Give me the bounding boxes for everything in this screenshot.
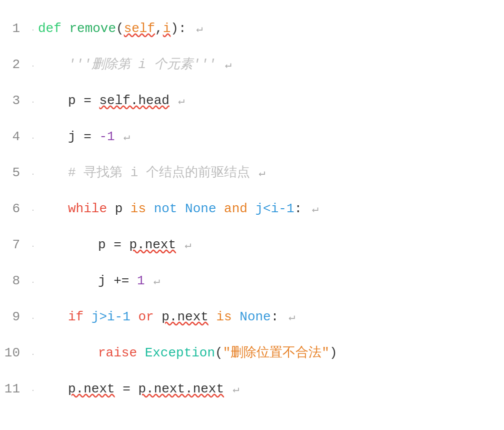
token: remove [69, 22, 116, 35]
line-content: if j>i-1 or p.next is None: ↵ [38, 310, 504, 323]
line-content: j += 1 ↵ [38, 274, 504, 287]
line-number: 1 [0, 22, 30, 35]
token: j<i-1 [256, 202, 294, 215]
line-number: 11 [0, 382, 30, 395]
token: : [294, 202, 310, 215]
line-content: def remove(self,i): ↵ [38, 22, 504, 35]
code-line: 4·j = -1 ↵ [0, 128, 504, 164]
token: ) [330, 346, 338, 359]
line-number: 2 [0, 58, 30, 71]
token: ↵ [226, 384, 239, 395]
token: ( [215, 346, 223, 359]
token: j>i-1 [92, 310, 138, 323]
token: i [163, 22, 171, 35]
token: = [115, 382, 138, 395]
line-dot: · [30, 63, 38, 70]
line-content: # 寻找第 i 个结点的前驱结点 ↵ [38, 166, 504, 179]
code-line: 5·# 寻找第 i 个结点的前驱结点 ↵ [0, 164, 504, 200]
token: or [138, 310, 162, 323]
token: raise [98, 346, 145, 359]
token: 1 [137, 274, 145, 287]
token: ↵ [172, 96, 184, 107]
token: p.next.next [138, 382, 224, 395]
token: self [124, 22, 155, 35]
token: j = [68, 130, 99, 143]
line-dot: · [30, 243, 38, 250]
token: while [68, 202, 115, 215]
token: , [155, 22, 163, 35]
line-dot: · [30, 99, 38, 106]
token: # 寻找第 i 个结点的前驱结点 [68, 166, 250, 179]
token: p [115, 202, 130, 215]
code-line: 3·p = self.head ↵ [0, 92, 504, 128]
token: and [224, 202, 255, 215]
line-dot: · [30, 387, 38, 394]
token: p.next [162, 310, 208, 323]
token: ↵ [312, 204, 318, 215]
line-content: while p is not None and j<i-1: ↵ [38, 202, 504, 215]
code-line: 1·def remove(self,i): ↵ [0, 20, 504, 56]
line-number: 4 [0, 130, 30, 143]
token: : [178, 22, 194, 35]
token: not [154, 202, 185, 215]
token: p.next [68, 382, 115, 395]
line-content: raise Exception("删除位置不合法") [38, 346, 504, 359]
token: ↵ [288, 312, 295, 323]
token: '''删除第 i 个元素''' [68, 58, 216, 71]
code-line: 11·p.next = p.next.next ↵ [0, 380, 504, 416]
token: None [240, 310, 270, 323]
line-dot: · [30, 315, 38, 322]
token: ↵ [196, 24, 202, 35]
token: -1 [99, 130, 114, 143]
token: ) [170, 22, 178, 35]
line-number: 8 [0, 274, 30, 287]
line-dot: · [30, 27, 38, 34]
token: p.next [129, 238, 176, 251]
token: ( [116, 22, 124, 35]
token: ↵ [252, 168, 265, 179]
line-content: p = self.head ↵ [38, 94, 504, 107]
token: : [271, 310, 286, 323]
line-number: 9 [0, 310, 30, 323]
line-dot: · [30, 135, 38, 142]
line-number: 7 [0, 238, 30, 251]
token: ↵ [147, 276, 160, 287]
code-line: 9·if j>i-1 or p.next is None: ↵ [0, 308, 504, 344]
line-dot: · [30, 279, 38, 286]
token: j += [98, 274, 137, 287]
token: if [68, 310, 92, 323]
line-content: p.next = p.next.next ↵ [38, 382, 504, 395]
line-content: '''删除第 i 个元素''' ↵ [38, 58, 504, 71]
token: is [208, 310, 240, 323]
token: ↵ [218, 60, 231, 71]
line-dot: · [30, 207, 38, 214]
code-line: 7·p = p.next ↵ [0, 236, 504, 272]
code-line: 2·'''删除第 i 个元素''' ↵ [0, 56, 504, 92]
line-dot: · [30, 171, 38, 178]
token: def [38, 22, 69, 35]
line-content: p = p.next ↵ [38, 238, 504, 251]
token: self.head [99, 94, 169, 107]
token: None [185, 202, 224, 215]
code-container: 1·def remove(self,i): ↵2·'''删除第 i 个元素'''… [0, 10, 504, 430]
code-line: 6·while p is not None and j<i-1: ↵ [0, 200, 504, 236]
line-number: 3 [0, 94, 30, 107]
line-dot: · [30, 351, 38, 358]
token: p = [68, 94, 99, 107]
line-content: j = -1 ↵ [38, 130, 504, 143]
token: ↵ [117, 132, 130, 143]
token: Exception [145, 346, 215, 359]
token: p = [98, 238, 129, 251]
token: "删除位置不合法" [223, 346, 330, 359]
token: ↵ [178, 240, 191, 251]
line-number: 5 [0, 166, 30, 179]
token: is [130, 202, 154, 215]
line-number: 10 [0, 346, 30, 359]
line-number: 6 [0, 202, 30, 215]
code-line: 8·j += 1 ↵ [0, 272, 504, 308]
code-line: 10·raise Exception("删除位置不合法") [0, 344, 504, 380]
